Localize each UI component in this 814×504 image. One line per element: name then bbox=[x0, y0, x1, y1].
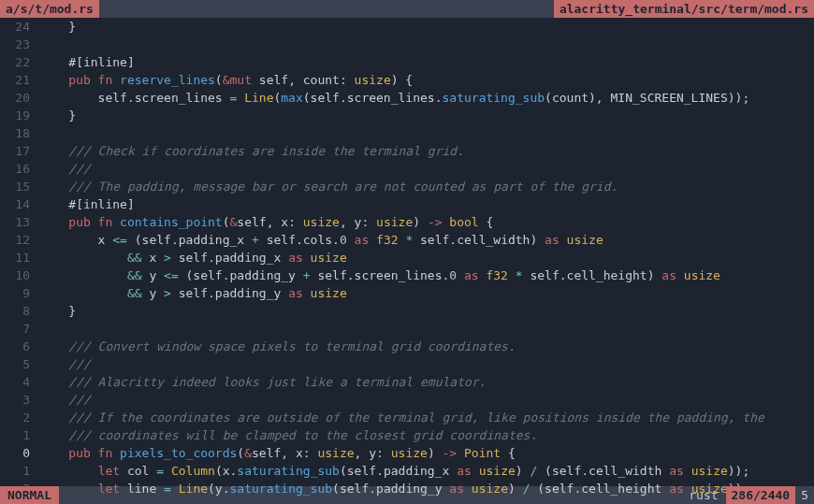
line-number: 13 bbox=[0, 213, 39, 231]
mode-indicator: NORMAL bbox=[0, 486, 59, 504]
line-number: 16 bbox=[0, 160, 39, 178]
line-number: 18 bbox=[0, 124, 39, 142]
code-line: 18 bbox=[0, 124, 814, 142]
code-line: 10 && y <= (self.padding_y + self.screen… bbox=[0, 266, 814, 284]
editor-viewport[interactable]: 24 } 23 22 #[inline] 21 pub fn reserve_l… bbox=[0, 18, 814, 486]
line-number: 11 bbox=[0, 249, 39, 266]
line-number: 20 bbox=[0, 89, 39, 107]
line-number: 1 bbox=[0, 426, 39, 444]
code-line: 24 } bbox=[0, 18, 814, 36]
line-number: 3 bbox=[0, 391, 39, 409]
code-line: 3 /// bbox=[0, 391, 814, 409]
code-line: 19 } bbox=[0, 107, 814, 124]
code-line: 23 bbox=[0, 36, 814, 53]
line-number: 12 bbox=[0, 231, 39, 249]
code-line: 16 /// bbox=[0, 160, 814, 178]
code-line: 4 /// Alacritty indeed looks just like a… bbox=[0, 373, 814, 391]
code-line: 6 /// Convert window space pixels to ter… bbox=[0, 338, 814, 355]
code-line: 9 && y > self.padding_y as usize bbox=[0, 284, 814, 302]
line-number: 9 bbox=[0, 284, 39, 302]
line-number: 22 bbox=[0, 53, 39, 71]
line-number: 19 bbox=[0, 107, 39, 124]
code-line: 21 pub fn reserve_lines(&mut self, count… bbox=[0, 71, 814, 89]
line-number: 24 bbox=[0, 18, 39, 36]
column-position: 5 bbox=[795, 486, 814, 504]
line-number: 7 bbox=[0, 320, 39, 338]
code-line: 20 self.screen_lines = Line(max(self.scr… bbox=[0, 89, 814, 107]
line-position: 286/2440 bbox=[726, 486, 796, 504]
code-line: 7 bbox=[0, 320, 814, 338]
tab-left[interactable]: a/s/t/mod.rs bbox=[0, 0, 99, 18]
filetype-indicator: rust bbox=[681, 486, 725, 504]
line-number: 2 bbox=[0, 409, 39, 426]
code-line: 0 pub fn pixels_to_coords(&self, x: usiz… bbox=[0, 444, 814, 462]
line-number: 14 bbox=[0, 195, 39, 213]
tab-right[interactable]: alacritty_terminal/src/term/mod.rs bbox=[554, 0, 814, 18]
line-number: 4 bbox=[0, 373, 39, 391]
code-line: 5 /// bbox=[0, 355, 814, 373]
line-number: 5 bbox=[0, 355, 39, 373]
code-line: 12 x <= (self.padding_x + self.cols.0 as… bbox=[0, 231, 814, 249]
code-line: 14 #[inline] bbox=[0, 195, 814, 213]
tab-spacer bbox=[99, 0, 554, 18]
line-number: 0 bbox=[0, 444, 39, 462]
code-line: 11 && x > self.padding_x as usize bbox=[0, 249, 814, 266]
line-number: 15 bbox=[0, 178, 39, 195]
line-number: 23 bbox=[0, 36, 39, 53]
code-line: 17 /// Check if coordinates are inside t… bbox=[0, 142, 814, 160]
line-number: 8 bbox=[0, 302, 39, 320]
code-line: 22 #[inline] bbox=[0, 53, 814, 71]
code-line: 13 pub fn contains_point(&self, x: usize… bbox=[0, 213, 814, 231]
line-number: 17 bbox=[0, 142, 39, 160]
tab-bar: a/s/t/mod.rs alacritty_terminal/src/term… bbox=[0, 0, 814, 18]
code-line: 15 /// The padding, message bar or searc… bbox=[0, 178, 814, 195]
code-line: 1 /// coordinates will be clamped to the… bbox=[0, 426, 814, 444]
code-line: 2 /// If the coordinates are outside of … bbox=[0, 409, 814, 426]
line-number: 21 bbox=[0, 71, 39, 89]
code-line: 8 } bbox=[0, 302, 814, 320]
code-line: 1 let col = Column(x.saturating_sub(self… bbox=[0, 462, 814, 480]
line-number: 1 bbox=[0, 462, 39, 480]
line-number: 6 bbox=[0, 338, 39, 355]
line-number: 10 bbox=[0, 266, 39, 284]
